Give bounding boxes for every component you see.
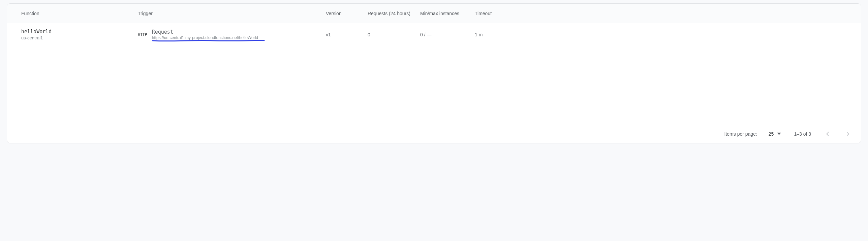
prev-page-button[interactable] — [824, 131, 831, 137]
range-label: 1–3 of 3 — [794, 131, 811, 137]
next-page-button[interactable] — [845, 131, 851, 137]
header-timeout[interactable]: Timeout — [475, 11, 854, 16]
header-version[interactable]: Version — [326, 11, 368, 16]
functions-table-panel: Function Trigger Version Requests (24 ho… — [7, 3, 861, 143]
table-spacer — [7, 46, 861, 124]
header-requests[interactable]: Requests (24 hours) — [368, 11, 420, 16]
minmax-cell: 0 / — — [420, 32, 475, 37]
page-size-select[interactable]: 25 — [769, 131, 781, 137]
page-size-value: 25 — [769, 131, 774, 137]
table-header-row: Function Trigger Version Requests (24 ho… — [7, 4, 861, 23]
function-cell: helloWorld us-central1 — [21, 29, 138, 40]
paginator: Items per page: 25 1–3 of 3 — [7, 124, 861, 143]
requests-cell: 0 — [368, 32, 420, 37]
table-row[interactable]: helloWorld us-central1 HTTP Request http… — [7, 23, 861, 46]
trigger-cell: HTTP Request https://us-central1-my-proj… — [138, 29, 326, 40]
header-minmax[interactable]: Min/max instances — [420, 11, 475, 16]
trigger-url[interactable]: https://us-central1-my-project.cloudfunc… — [152, 35, 258, 40]
items-per-page-group: Items per page: 25 — [724, 131, 781, 137]
header-function[interactable]: Function — [21, 11, 138, 16]
trigger-label: Request — [152, 29, 258, 35]
items-per-page-label: Items per page: — [724, 131, 757, 137]
nav-arrows — [824, 131, 851, 137]
version-cell: v1 — [326, 32, 368, 37]
header-trigger[interactable]: Trigger — [138, 11, 326, 16]
function-name[interactable]: helloWorld — [21, 29, 138, 35]
http-badge-icon: HTTP — [138, 33, 147, 36]
trigger-text: Request https://us-central1-my-project.c… — [152, 29, 258, 40]
dropdown-caret-icon — [777, 133, 781, 135]
function-region: us-central1 — [21, 35, 138, 40]
timeout-cell: 1 m — [475, 32, 854, 37]
